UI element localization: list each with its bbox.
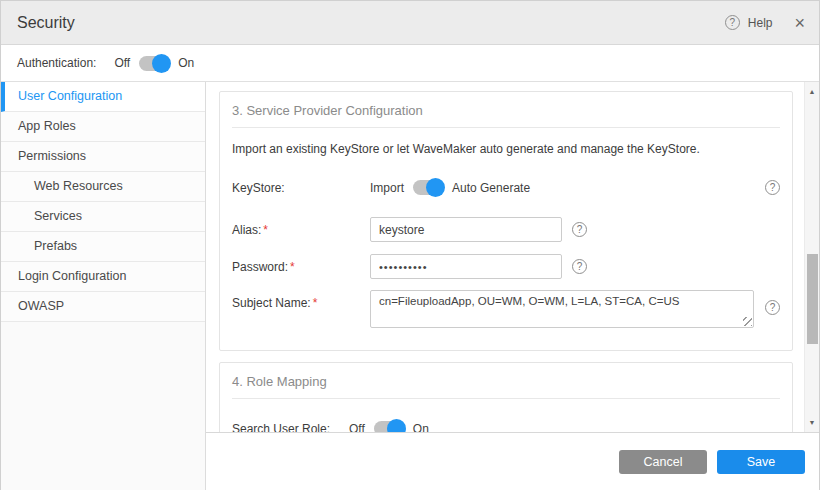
section-title-service-provider: 3. Service Provider Configuration <box>232 100 780 128</box>
toggle-thumb <box>426 178 445 197</box>
authentication-label: Authentication: <box>17 56 96 70</box>
password-input[interactable] <box>370 254 562 279</box>
subject-name-field-wrap: cn=FileuploadApp, OU=WM, O=WM, L=LA, ST=… <box>370 290 754 328</box>
keystore-auto-generate-label: Auto Generate <box>452 181 530 195</box>
keystore-label: KeyStore: <box>232 181 370 195</box>
scroll-down-icon[interactable]: ▼ <box>805 419 819 426</box>
page-title: Security <box>17 14 75 32</box>
scrollbar-thumb[interactable] <box>807 254 818 344</box>
alias-help-icon[interactable]: ? <box>572 222 587 237</box>
toggle-thumb <box>152 54 171 73</box>
sidebar-item-web-resources[interactable]: Web Resources <box>1 172 205 202</box>
sidebar-item-login-configuration[interactable]: Login Configuration <box>1 262 205 292</box>
vertical-scrollbar[interactable]: ▲ ▼ <box>804 82 819 432</box>
subject-name-textarea[interactable]: cn=FileuploadApp, OU=WM, O=WM, L=LA, ST=… <box>370 290 754 328</box>
main-panel: 3. Service Provider Configuration Import… <box>206 82 819 490</box>
service-provider-configuration-card: 3. Service Provider Configuration Import… <box>219 91 793 351</box>
save-button[interactable]: Save <box>717 450 805 474</box>
resize-handle[interactable] <box>743 317 752 326</box>
alias-row: Alias:* ? <box>232 217 780 242</box>
required-marker: * <box>313 296 318 310</box>
dialog-header: Security ? Help × <box>1 1 819 45</box>
password-help-icon[interactable]: ? <box>572 259 587 274</box>
subject-name-row: Subject Name:* cn=FileuploadApp, OU=WM, … <box>232 290 780 328</box>
search-user-role-toggle[interactable] <box>374 421 404 432</box>
authentication-toggle[interactable] <box>139 56 169 71</box>
dialog-footer: Cancel Save <box>206 432 819 490</box>
search-user-role-off-label: Off <box>349 422 365 433</box>
subject-name-label: Subject Name:* <box>232 290 370 310</box>
search-user-role-row: Search User Role: Off On <box>232 421 780 432</box>
dialog-body: User Configuration App Roles Permissions… <box>1 82 819 490</box>
alias-label: Alias:* <box>232 223 370 237</box>
sidebar: User Configuration App Roles Permissions… <box>1 82 206 490</box>
search-user-role-label: Search User Role: <box>232 422 349 433</box>
help-link[interactable]: Help <box>748 16 773 30</box>
sidebar-item-user-configuration[interactable]: User Configuration <box>1 82 205 112</box>
required-marker: * <box>290 260 295 274</box>
password-row: Password:* ? <box>232 254 780 279</box>
keystore-import-label: Import <box>370 181 404 195</box>
keystore-toggle[interactable] <box>413 180 443 195</box>
search-user-role-on-label: On <box>413 422 429 433</box>
sidebar-item-app-roles[interactable]: App Roles <box>1 112 205 142</box>
keystore-row: KeyStore: Import Auto Generate ? <box>232 180 780 195</box>
toggle-thumb <box>387 419 406 432</box>
required-marker: * <box>263 223 268 237</box>
sidebar-item-prefabs[interactable]: Prefabs <box>1 232 205 262</box>
close-icon[interactable]: × <box>794 15 805 31</box>
help-icon[interactable]: ? <box>725 15 740 30</box>
sidebar-item-services[interactable]: Services <box>1 202 205 232</box>
role-mapping-card: 4. Role Mapping Search User Role: Off On <box>219 362 793 432</box>
cancel-button[interactable]: Cancel <box>619 450 707 474</box>
sidebar-item-owasp[interactable]: OWASP <box>1 292 205 322</box>
subject-name-help-icon[interactable]: ? <box>765 300 780 315</box>
password-label: Password:* <box>232 260 370 274</box>
scroll-up-icon[interactable]: ▲ <box>805 88 819 95</box>
keystore-help-icon[interactable]: ? <box>765 180 780 195</box>
authentication-off-label: Off <box>114 56 130 70</box>
keystore-description: Import an existing KeyStore or let WaveM… <box>232 142 780 156</box>
alias-input[interactable] <box>370 217 562 242</box>
scroll-content: 3. Service Provider Configuration Import… <box>206 82 804 432</box>
sidebar-item-permissions[interactable]: Permissions <box>1 142 205 172</box>
section-title-role-mapping: 4. Role Mapping <box>232 371 780 399</box>
authentication-bar: Authentication: Off On <box>1 45 819 82</box>
security-dialog: Security ? Help × Authentication: Off On… <box>0 0 820 490</box>
authentication-on-label: On <box>178 56 194 70</box>
header-actions: ? Help × <box>725 15 805 31</box>
